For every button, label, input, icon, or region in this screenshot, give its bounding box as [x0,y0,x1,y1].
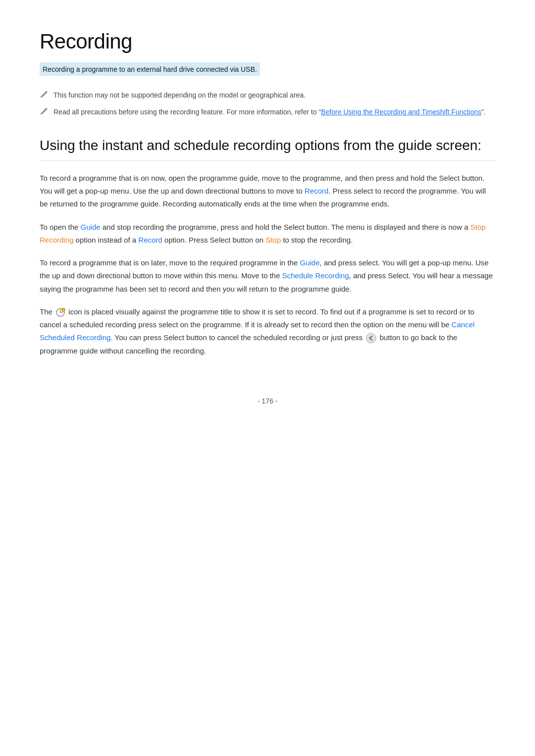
note-2-text: Read all precautions before using the re… [54,106,485,117]
clock-record-icon: ! [54,307,68,316]
notes-section: This function may not be supported depen… [40,90,495,118]
svg-point-5 [366,333,376,343]
subtitle-text: Recording a programme to an external har… [43,65,257,73]
back-button-icon [365,333,379,342]
subtitle-bar: Recording a programme to an external har… [40,62,260,76]
record-link-1[interactable]: Record [305,187,328,195]
paragraph-4: The ! icon is placed visually against th… [40,305,495,357]
paragraph-2: To open the Guide and stop recording the… [40,221,495,247]
pencil-icon-1 [40,90,49,100]
stop-recording-link[interactable]: Stop Recording [40,223,485,244]
page-footer: - 176 - [40,397,495,405]
cancel-scheduled-link[interactable]: Cancel Scheduled Recording [40,320,475,342]
pencil-icon-2 [40,106,49,117]
note-item-2: Read all precautions before using the re… [40,106,495,117]
schedule-recording-link[interactable]: Schedule Recording [282,271,349,280]
guide-link-1[interactable]: Guide [81,223,101,231]
svg-text:!: ! [63,309,64,312]
stop-link[interactable]: Stop [266,236,281,244]
page-title: Recording [40,30,495,53]
note-1-text: This function may not be supported depen… [54,90,306,101]
record-link-2[interactable]: Record [138,236,162,244]
timeshift-link[interactable]: Before Using the Recording and Timeshift… [321,108,482,116]
paragraph-1: To record a programme that is on now, op… [40,172,495,211]
note-item-1: This function may not be supported depen… [40,90,495,101]
guide-link-2[interactable]: Guide [300,258,320,267]
paragraph-3: To record a programme that is on later, … [40,256,495,296]
page-number: - 176 - [258,397,277,405]
section-heading: Using the instant and schedule recording… [40,138,495,161]
